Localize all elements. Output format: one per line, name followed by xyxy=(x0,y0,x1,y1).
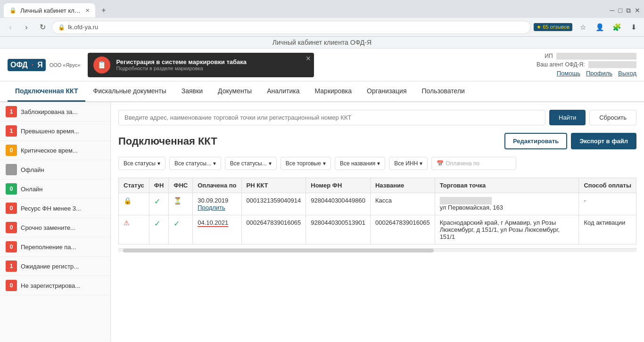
col-fn-number: Номер ФН xyxy=(306,178,371,193)
chevron-down-icon: ▾ xyxy=(269,160,272,167)
filter-names[interactable]: Все названия ▾ xyxy=(335,157,385,170)
nav-item-org[interactable]: Организация xyxy=(359,81,414,102)
new-tab-button[interactable]: + xyxy=(97,4,110,17)
rating-badge[interactable]: ★ 65 отзывов xyxy=(534,23,572,31)
section-actions: Редактировать Экспорт в файл xyxy=(504,133,636,149)
browser-actions: ★ 65 отзывов ☆ 👤 🧩 ⬇ xyxy=(534,21,640,34)
profile-icon[interactable]: 👤 xyxy=(593,21,606,34)
cell-rn-1: 0001321359040914 xyxy=(241,193,306,215)
cell-trade-1: ████████████ул Первомайская, 163 xyxy=(435,193,579,215)
horizontal-scrollbar[interactable] xyxy=(118,248,636,252)
minimize-button[interactable]: ─ xyxy=(610,7,615,14)
bookmark-button[interactable]: ☆ xyxy=(576,21,589,34)
chevron-down-icon: ▾ xyxy=(157,160,160,167)
nav-item-docs[interactable]: Документы xyxy=(210,81,259,102)
cell-fn-num-1: 9280440300449860 xyxy=(306,193,371,215)
help-link[interactable]: Помощь xyxy=(557,70,580,77)
sidebar-item-offline[interactable]: Офлайн xyxy=(0,160,110,179)
sidebar-label-waiting: Ожидание регистр... xyxy=(21,263,79,270)
address-bar[interactable]: 🔒 lk.ofd-ya.ru xyxy=(52,21,531,34)
filter-inn[interactable]: Все ИНН ▾ xyxy=(389,157,428,170)
logo-ofd: ОФД xyxy=(8,59,31,71)
header-right: ИП ████████████████████ Ваш агент ОФД-Я:… xyxy=(537,53,636,77)
download-button[interactable]: ⬇ xyxy=(627,21,640,34)
cell-status-2: ⚠ xyxy=(119,215,149,244)
user-label: ИП xyxy=(545,53,553,59)
cell-fn-1: ✓ xyxy=(149,193,168,215)
check-icon: ✓ xyxy=(173,220,180,228)
profile-link[interactable]: Профиль xyxy=(586,70,612,77)
promo-banner[interactable]: 📋 Регистрация в системе маркировки табак… xyxy=(88,53,314,77)
agent-info: Ваш агент ОФД-Я: ████████████ xyxy=(537,61,636,68)
tab-close-button[interactable]: ✕ xyxy=(85,8,90,14)
sidebar-label-exceeded: Превышено время... xyxy=(21,128,79,135)
badge-critical: 0 xyxy=(6,145,17,156)
calendar-icon: 📅 xyxy=(437,160,444,167)
extend-link[interactable]: Продлить xyxy=(198,204,225,211)
banner-close-button[interactable]: ✕ xyxy=(305,55,311,62)
banner-text: Регистрация в системе маркировки табака … xyxy=(116,58,247,71)
url-display: lk.ofd-ya.ru xyxy=(68,24,98,31)
agent-label: Ваш агент ОФД-Я: xyxy=(537,61,585,68)
col-status: Статус xyxy=(119,178,149,193)
sidebar-item-overflow[interactable]: 0 Переполнение па... xyxy=(0,237,110,257)
main-content: 1 Заблокирована за... 1 Превышено время.… xyxy=(0,102,644,342)
sidebar-item-exceeded[interactable]: 1 Превышено время... xyxy=(0,122,110,141)
active-tab[interactable]: 🔒 Личный кабинет кли... ✕ xyxy=(4,3,95,17)
sidebar-label-offline: Офлайн xyxy=(21,166,44,173)
sidebar-item-blocked[interactable]: 1 Заблокирована за... xyxy=(0,102,110,122)
nav-item-marking[interactable]: Маркировка xyxy=(307,81,359,102)
sidebar-item-fn-resource[interactable]: 0 Ресурс ФН менее 3... xyxy=(0,199,110,218)
badge-blocked: 1 xyxy=(6,106,17,117)
sidebar-item-online[interactable]: 0 Онлайн xyxy=(0,179,110,199)
nav-item-users[interactable]: Пользователи xyxy=(414,81,472,102)
badge-unregistered: 0 xyxy=(6,280,17,291)
paid-date-1: 30.09.2019 xyxy=(198,197,236,204)
logo-dot: · xyxy=(31,59,34,71)
extension-button[interactable]: 🧩 xyxy=(610,21,623,34)
banner-title: Регистрация в системе маркировки табака xyxy=(116,58,247,65)
badge-overflow: 0 xyxy=(6,241,17,252)
col-rn-kkt: РН ККТ xyxy=(241,178,306,193)
nav-item-fiscal[interactable]: Фискальные документы xyxy=(85,81,173,102)
user-name: ████████████████████ xyxy=(556,53,636,59)
back-button[interactable]: ‹ xyxy=(4,21,17,34)
refresh-button[interactable]: ↻ xyxy=(36,21,49,34)
cell-fns-2: ✓ xyxy=(169,215,193,244)
check-icon: ✓ xyxy=(154,197,160,205)
sidebar-item-urgent[interactable]: 0 Срочно замените... xyxy=(0,218,110,237)
edit-button[interactable]: Редактировать xyxy=(504,133,567,149)
header-links: Помощь Профиль Выход xyxy=(557,70,636,77)
search-input[interactable] xyxy=(118,110,545,125)
cell-status-1: 🔒 xyxy=(119,193,149,215)
lock-status-icon: 🔒 xyxy=(124,197,132,204)
sidebar-item-waiting[interactable]: 1 Ожидание регистр... xyxy=(0,257,110,276)
filter-status2[interactable]: Все статусы... ▾ xyxy=(169,157,221,170)
restore-button[interactable]: ⧉ xyxy=(626,7,631,15)
filter-status3[interactable]: Все статусы... ▾ xyxy=(225,157,277,170)
filter-date[interactable]: 📅 Оплачена по xyxy=(431,157,516,170)
content-area: Найти Сбросить Подключенная ККТ Редактир… xyxy=(111,102,644,342)
page-title-bar: Личный кабинет клиента ОФД-Я xyxy=(0,37,644,49)
cell-payment-2: Код активации xyxy=(579,215,636,244)
scrollbar-thumb[interactable] xyxy=(123,249,434,252)
filter-status1[interactable]: Все статусы ▾ xyxy=(118,157,165,170)
filter-trade[interactable]: Все торговые ▾ xyxy=(281,157,331,170)
nav-item-analytics[interactable]: Аналитика xyxy=(259,81,307,102)
tab-bar: 🔒 Личный кабинет кли... ✕ + ─ □ ⧉ ✕ xyxy=(0,0,644,18)
badge-urgent: 0 xyxy=(6,222,17,233)
forward-button[interactable]: › xyxy=(20,21,33,34)
col-fn: ФН xyxy=(149,178,168,193)
close-window-button[interactable]: ✕ xyxy=(635,7,640,14)
nav-item-kkt[interactable]: Подключенная ККТ xyxy=(8,81,85,102)
nav-item-orders[interactable]: Заявки xyxy=(174,81,210,102)
sidebar-label-critical: Критическое врем... xyxy=(21,147,78,154)
sidebar: 1 Заблокирована за... 1 Превышено время.… xyxy=(0,102,111,342)
sidebar-item-critical[interactable]: 0 Критическое врем... xyxy=(0,141,110,160)
sidebar-item-unregistered[interactable]: 0 Не зарегистрирова... xyxy=(0,276,110,295)
reset-button[interactable]: Сбросить xyxy=(589,110,636,125)
export-button[interactable]: Экспорт в файл xyxy=(571,133,636,149)
search-button[interactable]: Найти xyxy=(549,110,586,125)
logout-link[interactable]: Выход xyxy=(618,70,636,77)
maximize-button[interactable]: □ xyxy=(619,7,622,14)
